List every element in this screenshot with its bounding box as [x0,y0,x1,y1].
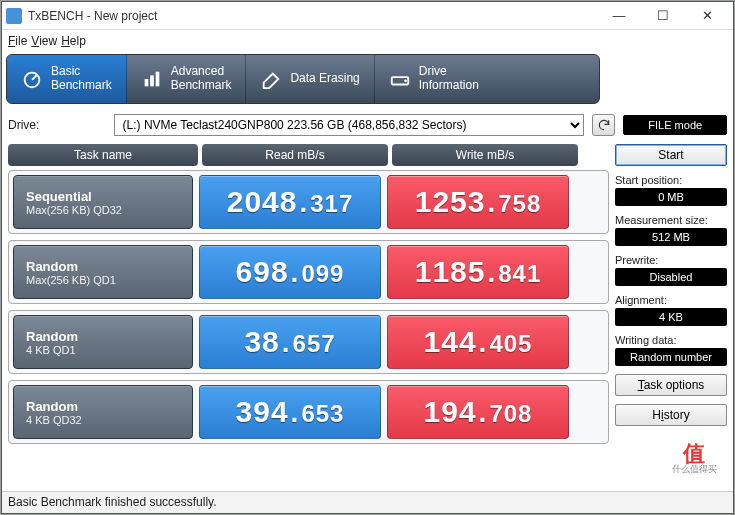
drive-select[interactable]: (L:) NVMe Teclast240GNP800 223.56 GB (46… [114,114,584,136]
svg-rect-2 [150,75,154,86]
drive-icon [389,68,411,90]
prewrite-value[interactable]: Disabled [615,268,727,286]
file-mode-button[interactable]: FILE mode [623,115,727,135]
bench-row: Random 4 KB QD32 394.653 194.708 [8,380,609,444]
read-value: 2048.317 [199,175,381,229]
refresh-icon [597,118,611,132]
menu-help[interactable]: Help [61,34,86,48]
close-button[interactable]: ✕ [685,2,729,30]
measurement-size-label: Measurement size: [615,214,727,226]
write-value: 144.405 [387,315,569,369]
writing-data-label: Writing data: [615,334,727,346]
header-read: Read mB/s [202,144,388,166]
header-write: Write mB/s [392,144,578,166]
maximize-button[interactable]: ☐ [641,2,685,30]
watermark: 值 什么值得买 [665,429,723,487]
svg-point-0 [25,73,40,88]
tab-basic-benchmark[interactable]: BasicBenchmark [7,55,127,103]
alignment-value[interactable]: 4 KB [615,308,727,326]
start-position-value[interactable]: 0 MB [615,188,727,206]
erase-icon [260,68,282,90]
header-task: Task name [8,144,198,166]
tab-data-erasing[interactable]: Data Erasing [246,55,374,103]
drive-label: Drive: [8,118,106,132]
task-cell: Sequential Max(256 KB) QD32 [13,175,193,229]
menu-file[interactable]: File [8,34,27,48]
refresh-button[interactable] [592,114,616,136]
svg-rect-3 [155,72,159,87]
alignment-label: Alignment: [615,294,727,306]
write-value: 194.708 [387,385,569,439]
tab-advanced-benchmark[interactable]: AdvancedBenchmark [127,55,247,103]
svg-point-5 [404,79,407,82]
task-cell: Random 4 KB QD1 [13,315,193,369]
task-options-button[interactable]: Task options [615,374,727,396]
write-value: 1253.758 [387,175,569,229]
read-value: 698.099 [199,245,381,299]
svg-rect-1 [144,79,148,86]
app-icon [6,8,22,24]
start-button[interactable]: Start [615,144,727,166]
window-title: TxBENCH - New project [28,9,597,23]
bench-row: Random Max(256 KB) QD1 698.099 1185.841 [8,240,609,304]
measurement-size-value[interactable]: 512 MB [615,228,727,246]
status-bar: Basic Benchmark finished successfully. [2,491,733,513]
tab-drive-information[interactable]: DriveInformation [375,55,493,103]
read-value: 38.657 [199,315,381,369]
history-button[interactable]: History [615,404,727,426]
read-value: 394.653 [199,385,381,439]
bench-row: Random 4 KB QD1 38.657 144.405 [8,310,609,374]
start-position-label: Start position: [615,174,727,186]
write-value: 1185.841 [387,245,569,299]
task-cell: Random Max(256 KB) QD1 [13,245,193,299]
task-cell: Random 4 KB QD32 [13,385,193,439]
writing-data-value[interactable]: Random number [615,348,727,366]
prewrite-label: Prewrite: [615,254,727,266]
bench-row: Sequential Max(256 KB) QD32 2048.317 125… [8,170,609,234]
gauge-icon [21,68,43,90]
minimize-button[interactable]: — [597,2,641,30]
menu-view[interactable]: View [31,34,57,48]
bars-icon [141,68,163,90]
